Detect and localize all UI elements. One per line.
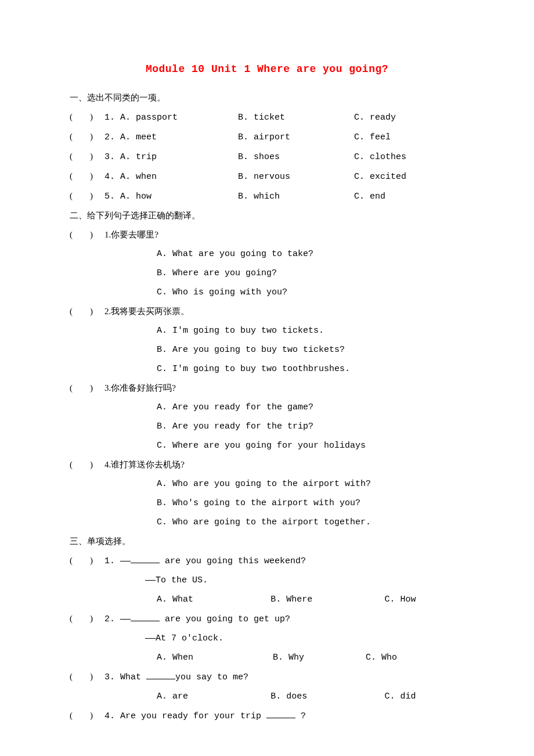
qnum: 3. — [104, 152, 115, 162]
stem-pre: 4. Are you ready for your trip — [104, 711, 266, 721]
opt-a: A. trip — [120, 152, 157, 162]
fill-blank[interactable] — [266, 710, 295, 718]
qnum: 5. — [104, 192, 115, 201]
answer-blank[interactable]: ( ) — [70, 551, 104, 570]
opt-c: C. ready — [354, 108, 435, 127]
stem-post: are you going to get up? — [160, 614, 290, 624]
s1-q4: ( ) 4. A. when B. nervous C. excited — [70, 167, 464, 186]
answer-blank[interactable]: ( ) — [70, 147, 104, 166]
opt-c: C. Who — [366, 648, 447, 667]
answer-blank[interactable]: ( ) — [70, 302, 104, 321]
s2-q1-b: B. Where are you going? — [70, 264, 464, 283]
question-stem: 4.谁打算送你去机场? — [104, 455, 185, 474]
question-stem: 3.你准备好旅行吗? — [104, 379, 176, 398]
qnum: 1. — [104, 113, 115, 123]
qnum: 2. — [104, 132, 115, 142]
answer-blank[interactable]: ( ) — [70, 225, 104, 244]
opt-a: A. passport — [120, 113, 178, 123]
answer-blank[interactable]: ( ) — [70, 127, 104, 146]
opt-a: A. When — [157, 648, 273, 667]
s1-q1: ( ) 1. A. passport B. ticket C. ready — [70, 107, 464, 127]
opt-b: B. airport — [238, 128, 354, 147]
s3-q2-stem: ( ) 2. —— are you going to get up? — [70, 609, 464, 629]
s2-q1-stem: ( ) 1.你要去哪里? — [70, 225, 464, 244]
answer-blank[interactable]: ( ) — [70, 379, 104, 398]
s2-q3-c: C. Where are you going for your holidays — [70, 436, 464, 455]
s3-q1-opts: A. What B. Where C. How — [70, 590, 464, 609]
s2-q4-c: C. Who are going to the airport together… — [70, 513, 464, 532]
stem-post: you say to me? — [175, 672, 248, 682]
opt-a: A. meet — [120, 132, 157, 142]
question-stem: 2. —— are you going to get up? — [104, 610, 290, 629]
section3-head: 三、单项选择。 — [70, 532, 464, 551]
opt-a: A. when — [120, 172, 157, 182]
opt-a: A. how — [120, 192, 151, 201]
question-stem: 4. Are you ready for your trip ? — [104, 707, 306, 726]
answer-blank[interactable]: ( ) — [70, 107, 104, 127]
answer-blank[interactable]: ( ) — [70, 455, 104, 474]
section2-head: 二、给下列句子选择正确的翻译。 — [70, 206, 464, 225]
s2-q4-b: B. Who's going to the airport with you? — [70, 494, 464, 513]
opt-a: A. What — [157, 590, 270, 609]
stem-pre: 2. —— — [104, 614, 131, 624]
opt-b: B. which — [238, 187, 354, 206]
opt-b: B. nervous — [238, 167, 354, 186]
question-stem: 3. What you say to me? — [104, 668, 248, 687]
s2-q3-stem: ( ) 3.你准备好旅行吗? — [70, 379, 464, 398]
opt-c: C. did — [385, 687, 464, 706]
opt-a: A. are — [157, 687, 270, 706]
opt-b: B. does — [270, 687, 384, 706]
opt-b: B. ticket — [238, 108, 354, 127]
s3-q3-stem: ( ) 3. What you say to me? — [70, 667, 464, 687]
opt-c: C. clothes — [354, 147, 435, 167]
page-title: Module 10 Unit 1 Where are you going? — [70, 58, 464, 81]
s2-q2-c: C. I'm going to buy two toothbrushes. — [70, 359, 464, 379]
s3-q1-ans: ——To the US. — [70, 571, 464, 590]
stem-post: ? — [295, 711, 306, 721]
fill-blank[interactable] — [146, 671, 175, 679]
s3-q2-opts: A. When B. Why C. Who — [70, 648, 464, 667]
answer-blank[interactable]: ( ) — [70, 186, 104, 206]
s2-q3-b: B. Are you ready for the trip? — [70, 417, 464, 436]
stem-pre: 1. —— — [104, 556, 131, 566]
opt-c: C. end — [354, 187, 435, 206]
qnum: 4. — [104, 172, 115, 182]
fill-blank[interactable] — [131, 613, 160, 621]
question-stem: 1. —— are you going this weekend? — [104, 552, 306, 571]
opt-c: C. How — [385, 590, 464, 609]
answer-blank[interactable]: ( ) — [70, 706, 104, 725]
s2-q2-b: B. Are you going to buy two tickets? — [70, 340, 464, 359]
worksheet-page: Module 10 Unit 1 Where are you going? 一、… — [0, 0, 534, 756]
opt-c: C. feel — [354, 128, 435, 147]
s2-q1-a: A. What are you going to take? — [70, 244, 464, 264]
s3-q2-ans: ——At 7 o'clock. — [70, 629, 464, 648]
answer-blank[interactable]: ( ) — [70, 667, 104, 686]
stem-post: are you going this weekend? — [160, 556, 306, 566]
s1-q5: ( ) 5. A. how B. which C. end — [70, 186, 464, 206]
answer-blank[interactable]: ( ) — [70, 609, 104, 628]
s2-q1-c: C. Who is going with you? — [70, 283, 464, 302]
s3-q3-opts: A. are B. does C. did — [70, 687, 464, 706]
s3-q4-stem: ( ) 4. Are you ready for your trip ? — [70, 706, 464, 726]
s2-q4-stem: ( ) 4.谁打算送你去机场? — [70, 455, 464, 474]
fill-blank[interactable] — [131, 555, 160, 563]
section1-head: 一、选出不同类的一项。 — [70, 88, 464, 107]
s2-q2-a: A. I'm going to buy two tickets. — [70, 321, 464, 340]
opt-b: B. Where — [270, 590, 384, 609]
opt-b: B. shoes — [238, 147, 354, 167]
s2-q3-a: A. Are you ready for the game? — [70, 398, 464, 417]
s1-q3: ( ) 3. A. trip B. shoes C. clothes — [70, 147, 464, 167]
s3-q1-stem: ( ) 1. —— are you going this weekend? — [70, 551, 464, 571]
s2-q2-stem: ( ) 2.我将要去买两张票。 — [70, 302, 464, 321]
question-stem: 2.我将要去买两张票。 — [104, 302, 189, 321]
s1-q2: ( ) 2. A. meet B. airport C. feel — [70, 127, 464, 147]
answer-blank[interactable]: ( ) — [70, 167, 104, 186]
s2-q4-a: A. Who are you going to the airport with… — [70, 474, 464, 494]
stem-pre: 3. What — [104, 672, 146, 682]
opt-c: C. excited — [354, 167, 435, 186]
question-stem: 1.你要去哪里? — [104, 225, 158, 244]
